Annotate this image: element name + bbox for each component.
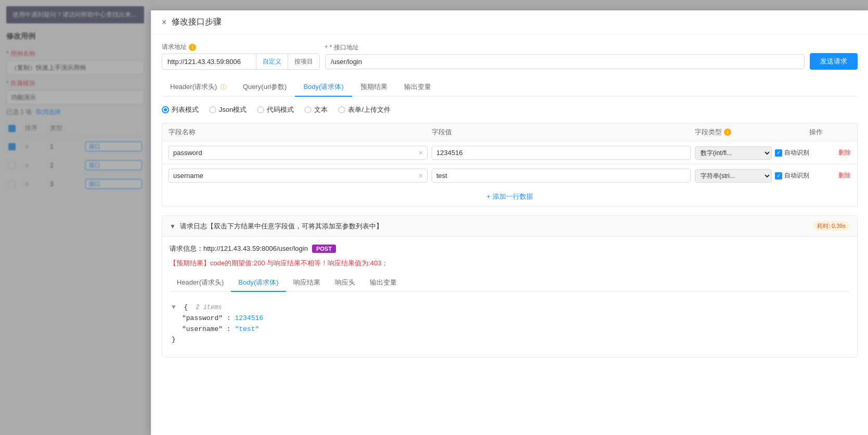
json-username-value: "test"	[235, 325, 259, 333]
request-url-info-icon[interactable]: i	[189, 44, 196, 51]
json-password-line[interactable]: "password" : 1234516	[180, 313, 850, 324]
log-tab-req-header[interactable]: Header(请求头)	[170, 274, 231, 292]
field-auto-check-username[interactable]: 自动识别	[775, 171, 809, 180]
field-type-info-icon[interactable]: i	[724, 129, 731, 136]
field-type-select-password[interactable]: 数字(int/fl...	[695, 146, 772, 160]
col-field-type: 字段类型 i	[695, 127, 809, 137]
field-name-wrap-username: ✕	[169, 169, 432, 183]
log-tab-resp-result[interactable]: 响应结果	[286, 274, 328, 292]
json-line-close: }	[170, 335, 850, 346]
field-auto-checkbox-password	[775, 149, 782, 157]
main-tabs-row: Header(请求头) ⓘ Query(url参数) Body(请求体) 预期结…	[162, 78, 858, 97]
log-tab-resp-header[interactable]: 响应头	[328, 274, 362, 292]
log-collapse-arrow: ▼	[170, 223, 176, 230]
tab-output[interactable]: 输出变量	[396, 78, 439, 97]
add-row-button[interactable]: + 添加一行数据	[162, 187, 858, 207]
request-url-label: 请求地址 i	[162, 43, 320, 52]
json-line-open: ▼ { 2 items	[170, 302, 850, 313]
field-row-username: ✕ 字符串(stri... 自动识别 删除	[162, 164, 858, 187]
tab-query[interactable]: Query(url参数)	[235, 78, 295, 97]
json-viewer: ▼ { 2 items "password" : 1234516	[170, 298, 850, 350]
field-auto-check-password[interactable]: 自动识别	[775, 148, 809, 157]
field-clear-icon-password[interactable]: ✕	[418, 149, 423, 157]
field-clear-icon-username[interactable]: ✕	[418, 172, 423, 180]
close-icon[interactable]: ×	[162, 18, 166, 27]
json-collapse-arrow[interactable]: ▼	[172, 303, 176, 311]
field-name-input-username[interactable]	[169, 169, 427, 183]
field-name-wrap-password: ✕	[169, 146, 432, 160]
json-username-colon: :	[227, 325, 235, 333]
field-table-header: 字段名称 字段值 字段类型 i 操作	[162, 123, 858, 141]
json-open-bracket: {	[180, 303, 188, 311]
modal-dialog: × 修改接口步骤 请求地址 i 自定义 按项目	[151, 10, 868, 435]
radio-text-mode[interactable]: 文本	[304, 105, 328, 114]
field-type-wrap-username: 字符串(stri... 自动识别	[695, 169, 809, 183]
project-url-button[interactable]: 按项目	[288, 54, 319, 69]
radio-circle-text	[304, 106, 312, 113]
body-mode-radio-group: 列表模式 Json模式 代码模式 文本 表单/上传文件	[162, 105, 858, 114]
log-request-label: 请求信息：http://121.43.43.59:8006/user/login	[170, 244, 308, 253]
json-username-line[interactable]: "username" : "test"	[180, 324, 850, 335]
modal-title: 修改接口步骤	[172, 17, 222, 28]
json-password-value: 1234516	[235, 314, 263, 322]
tab-body[interactable]: Body(请求体)	[295, 78, 352, 97]
base-url-input[interactable]	[162, 55, 256, 69]
header-tab-info: ⓘ	[221, 84, 226, 90]
url-row: 请求地址 i 自定义 按项目 * * 接口地址	[162, 43, 858, 70]
log-body: 请求信息：http://121.43.43.59:8006/user/login…	[162, 237, 857, 357]
json-indent: "password" : 1234516 "username" : "test"	[180, 313, 850, 335]
radio-circle-form	[338, 106, 345, 113]
radio-form-mode[interactable]: 表单/上传文件	[338, 105, 391, 114]
api-path-input[interactable]	[325, 54, 805, 69]
json-close-bracket: }	[172, 336, 176, 343]
field-delete-password[interactable]: 删除	[809, 148, 851, 157]
field-row-password: ✕ 数字(int/fl... 自动识别 删除	[162, 141, 858, 164]
log-time-badge: 耗时: 0.39s	[813, 221, 850, 231]
url-input-group: 自定义 按项目	[162, 54, 320, 70]
modal-body: 请求地址 i 自定义 按项目 * * 接口地址	[151, 34, 868, 435]
radio-circle-code	[257, 106, 264, 113]
radio-list-mode[interactable]: 列表模式	[162, 105, 199, 114]
json-username-key: "username"	[182, 325, 223, 333]
field-delete-username[interactable]: 删除	[809, 171, 851, 180]
col-field-value: 字段值	[432, 127, 695, 137]
radio-circle-json	[209, 106, 216, 113]
log-tabs-row: Header(请求头) Body(请求体) 响应结果 响应头 输出变量	[170, 274, 850, 292]
json-password-key: "password"	[182, 314, 223, 322]
field-table-container: 字段名称 字段值 字段类型 i 操作 ✕	[162, 123, 858, 207]
log-tab-req-body[interactable]: Body(请求体)	[231, 274, 286, 292]
field-value-input-username[interactable]	[432, 169, 691, 183]
field-type-wrap-password: 数字(int/fl... 自动识别	[695, 146, 809, 160]
field-auto-checkbox-username	[775, 172, 782, 180]
json-password-colon: :	[227, 314, 235, 322]
log-header[interactable]: ▼ 请求日志【双击下方结果中任意字段值，可将其添加至参数列表中】 耗时: 0.3…	[162, 216, 857, 237]
radio-code-mode[interactable]: 代码模式	[257, 105, 294, 114]
modal-header: × 修改接口步骤	[151, 10, 868, 34]
field-value-input-password[interactable]	[432, 146, 691, 160]
radio-circle-list	[162, 106, 169, 113]
radio-json-mode[interactable]: Json模式	[209, 105, 247, 114]
json-items-count: 2 items	[192, 304, 222, 311]
log-request-info: 请求信息：http://121.43.43.59:8006/user/login…	[170, 244, 850, 253]
log-post-badge: POST	[312, 245, 336, 253]
field-value-wrap-username	[432, 169, 695, 183]
col-action: 操作	[809, 127, 851, 137]
col-field-name: 字段名称	[169, 127, 432, 137]
api-path-label: * * 接口地址	[325, 43, 805, 52]
log-section: ▼ 请求日志【双击下方结果中任意字段值，可将其添加至参数列表中】 耗时: 0.3…	[162, 215, 858, 357]
log-tab-output-var[interactable]: 输出变量	[362, 274, 404, 292]
field-value-wrap-password	[432, 146, 695, 160]
field-name-input-password[interactable]	[169, 146, 427, 160]
tab-header[interactable]: Header(请求头) ⓘ	[162, 78, 235, 97]
log-header-title: 请求日志【双击下方结果中任意字段值，可将其添加至参数列表中】	[180, 222, 809, 231]
field-type-select-username[interactable]: 字符串(stri...	[695, 169, 772, 183]
tab-expected[interactable]: 预期结果	[352, 78, 396, 97]
custom-url-button[interactable]: 自定义	[256, 54, 288, 69]
send-request-button[interactable]: 发送请求	[810, 53, 858, 70]
log-error-message: 【预期结果】code的期望值:200 与响应结果不相等！响应结果值为:403；	[170, 259, 850, 268]
